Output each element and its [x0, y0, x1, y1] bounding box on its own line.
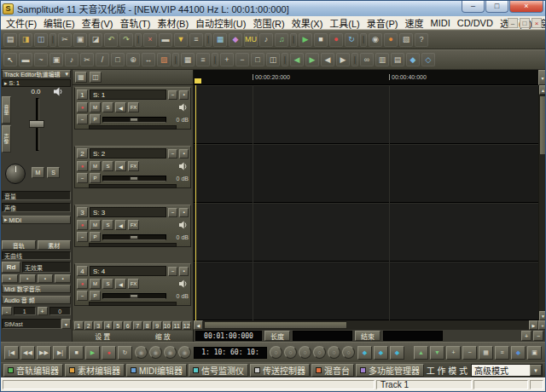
zoom-preset-button[interactable]: 12 [183, 321, 192, 330]
fx-button[interactable]: FX [128, 102, 139, 112]
volume-curve-button[interactable]: ~ [77, 173, 88, 183]
mdi-child-control-icon[interactable]: – [508, 18, 518, 28]
track-name[interactable]: S: 4 [90, 266, 166, 276]
track-column-toolbar-icon[interactable]: ▦ [75, 72, 87, 83]
toolbar-icon[interactable]: ↻ [345, 33, 358, 47]
volume-curve-button[interactable]: ~ [77, 114, 88, 124]
solo-button[interactable]: S [102, 102, 113, 112]
toolbar-icon[interactable]: | [49, 33, 56, 47]
zoom-preset-button[interactable]: 3 [94, 321, 103, 330]
monitor-button[interactable]: ◀ [115, 279, 126, 289]
toolbar-icon[interactable]: ▥ [375, 53, 389, 66]
track-header[interactable]: 3 S: 3 ~ ▪ ● M S ◀ FX [73, 203, 193, 262]
menu-item[interactable]: 自动控制(U) [192, 16, 249, 30]
toolbar-icon[interactable]: ▤ [391, 53, 404, 66]
length-display[interactable] [293, 331, 352, 341]
track-curve-icon[interactable]: ~ [168, 149, 177, 159]
pan-curve-button[interactable]: P [90, 291, 101, 301]
track-lock-icon[interactable]: ▪ [179, 208, 189, 217]
solo-button[interactable]: S [102, 220, 113, 230]
manager-tab[interactable]: 多功能管理器 [356, 364, 424, 377]
expand-icon[interactable]: ▸ [4, 80, 8, 87]
toolbar-icon[interactable]: ▨ [157, 53, 171, 66]
toolbar-icon[interactable]: | [205, 33, 212, 47]
volume-slider[interactable] [102, 176, 166, 182]
toolbar-icon[interactable]: | [212, 53, 218, 66]
track-editor-track-bar[interactable]: ▸ S: 1 [2, 79, 71, 87]
track-lock-icon[interactable]: ▪ [179, 267, 189, 276]
mute-button[interactable]: M [90, 161, 101, 171]
toolbar-icon[interactable]: ↷ [119, 33, 133, 47]
pan-curve-button[interactable]: P [90, 114, 101, 124]
effects-field[interactable]: 无效果 [22, 262, 71, 273]
pan-curve-button[interactable]: P [90, 173, 101, 183]
track-name[interactable]: S: 1 [90, 89, 166, 100]
zoom-preset-button[interactable]: 4 [104, 321, 113, 330]
menu-item[interactable]: 音轨(T) [116, 16, 154, 30]
pan-slider[interactable] [89, 184, 177, 188]
toolbar-icon[interactable]: ◀ [290, 53, 304, 66]
toolbar-icon[interactable]: ▬ [19, 53, 32, 66]
toolbar-icon[interactable]: | [360, 33, 367, 47]
toolbar-icon[interactable]: ✂ [58, 33, 72, 47]
toolbar-icon[interactable]: | [135, 33, 142, 47]
track-curve-icon[interactable]: ~ [168, 267, 177, 276]
work-mode-select[interactable]: 高级模式 ▼ [471, 364, 543, 377]
transport-right-button[interactable]: ▲ [414, 346, 428, 360]
toolbar-icon[interactable]: ▬ [159, 33, 172, 47]
toolbar-icon[interactable]: ◪ [89, 33, 102, 47]
transport-right-button[interactable]: ▦ [479, 346, 493, 360]
toolbar-icon[interactable]: ◇ [421, 53, 435, 66]
toolbar-icon[interactable]: | [290, 33, 297, 47]
track-lock-icon[interactable]: ▪ [179, 90, 189, 100]
marker-button[interactable]: ○ [299, 346, 311, 359]
scroll-down-icon[interactable]: ▼ [539, 311, 546, 320]
toolbar-icon[interactable]: | [282, 53, 288, 66]
transport-button[interactable]: ▶▶ [37, 346, 51, 360]
manager-tab[interactable]: 传送控制器 [250, 364, 310, 377]
chevron-down-icon[interactable]: ▾ [61, 319, 71, 329]
slider-thumb[interactable] [130, 118, 138, 122]
zoom-preset-button[interactable]: 2 [84, 321, 94, 330]
automation-tab[interactable]: 音轨 [2, 240, 36, 250]
end-display[interactable] [383, 331, 443, 341]
toolbar-icon[interactable]: ◫ [266, 53, 280, 66]
marker-button[interactable]: ○ [270, 346, 282, 359]
toolbar-icon[interactable]: ∞ [360, 53, 374, 66]
transport-right-button[interactable]: ≡ [495, 346, 509, 360]
toolbar-icon[interactable]: ◉ [369, 33, 382, 47]
app-icon[interactable]: S [3, 3, 14, 14]
volume-slider[interactable] [102, 293, 166, 299]
length-label[interactable]: 长度 [264, 331, 290, 341]
monitor-button[interactable]: ◀ [115, 102, 126, 112]
toolbar-icon[interactable]: + [220, 53, 234, 66]
resize-grip[interactable] [530, 380, 543, 389]
toolbar-icon[interactable]: ▼ [174, 33, 188, 47]
toolbar-icon[interactable]: ◀ [321, 53, 334, 66]
read-automation-button[interactable]: Rd [2, 262, 20, 273]
toolbar-icon[interactable]: ♪ [65, 53, 78, 66]
range-button[interactable]: ◉ [149, 346, 162, 359]
menu-item[interactable]: 素材(B) [154, 16, 192, 30]
toolbar-icon[interactable]: ▦ [181, 53, 195, 66]
scroll-left-icon[interactable]: ◀ [194, 320, 203, 330]
automation-curve-field[interactable]: 无曲线 [2, 251, 71, 260]
toolbar-icon[interactable]: ■ [314, 33, 328, 47]
toolbar-icon[interactable]: ● [384, 33, 398, 47]
slider-thumb[interactable] [130, 294, 138, 298]
locator-diamond-icon[interactable]: ◆ [390, 346, 404, 360]
bars-display[interactable]: 1: 10: 60: 10: [194, 347, 267, 359]
pan-slider[interactable] [89, 125, 177, 130]
record-arm-button[interactable]: ● [77, 102, 88, 112]
track-curve-icon[interactable]: ~ [168, 208, 177, 217]
track-number[interactable]: 1 [77, 89, 88, 100]
toolbar-icon[interactable]: ↶ [104, 33, 118, 47]
vertical-scrollbar[interactable]: ▲ ▼ [538, 85, 546, 320]
toolbar-icon[interactable]: ▶ [299, 33, 312, 47]
toolbar-icon[interactable]: ✂ [80, 53, 94, 66]
toolbar-icon[interactable]: ▦ [213, 33, 227, 47]
toolbar-icon[interactable]: ▣ [49, 53, 63, 66]
record-arm-button[interactable]: ● [77, 220, 88, 230]
volume-slider[interactable] [102, 117, 166, 123]
manager-tab[interactable]: 信号监测仪 [189, 364, 248, 377]
